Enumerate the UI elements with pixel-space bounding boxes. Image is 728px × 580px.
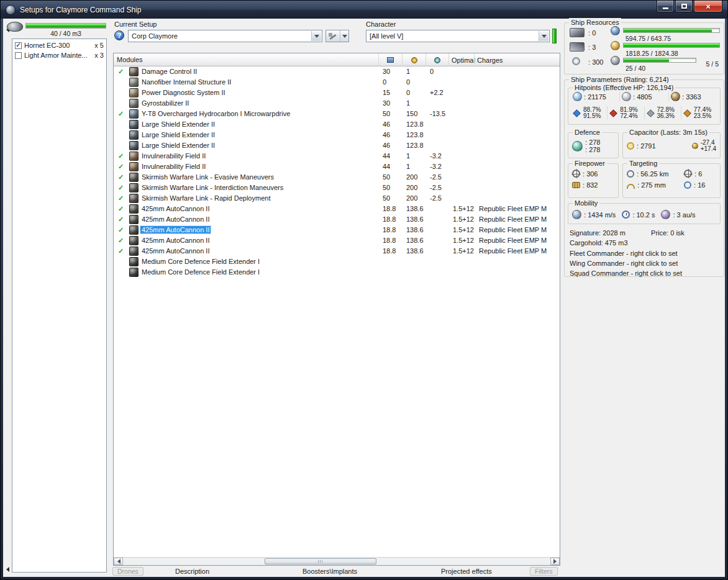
defence-icon [572,141,583,152]
max-targets-icon [684,170,692,178]
module-row[interactable]: Medium Core Defence Field Extender I [114,256,560,267]
minimize-button[interactable] [657,1,674,12]
microwarpdrive-icon [129,109,139,119]
squad-commander-line[interactable]: Squad Commander - right click to set [570,270,721,277]
module-row[interactable]: ✓Skirmish Warfare Link - Rapid Deploymen… [114,193,560,204]
drone-bay-bar [623,58,696,63]
module-name[interactable]: Invulnerability Field II [142,163,206,170]
scrollbar-thumb[interactable] [265,558,376,564]
titlebar[interactable]: Setups for Claymore Command Ship × [1,1,727,19]
optimal-column-header[interactable]: Optimal [448,53,474,66]
module-row[interactable]: ✓Y-T8 Overcharged Hydrocarbon I Microwar… [114,109,560,119]
module-active-check-icon: ✓ [118,205,127,213]
module-row[interactable]: ✓425mm AutoCannon II18.8138.61.5+12Repub… [114,246,560,256]
price-value: Price: 0 isk [651,229,685,237]
tab-description[interactable]: Description [175,568,209,575]
module-name[interactable]: Skirmish Warfare Link - Evasive Maneuver… [142,173,274,181]
character-select[interactable]: [All level V] [366,30,550,42]
module-row[interactable]: Power Diagnostic System II150+2.2 [114,88,560,98]
module-name[interactable]: Invulnerability Field II [142,152,206,160]
scroll-right-button[interactable] [550,558,560,565]
module-row[interactable]: ✓Damage Control II3010 [114,66,560,77]
module-name[interactable]: 425mm AutoCannon II [142,237,209,244]
module-row[interactable]: Medium Core Defence Field Extender I [114,267,560,278]
autocannon-icon [129,236,139,245]
drone-list-item[interactable]: Light Armor Mainte...x 3 [13,50,106,60]
module-name[interactable]: Medium Core Defence Field Extender I [142,258,260,265]
module-row[interactable]: Nanofiber Internal Structure II00 [114,77,560,88]
charges-column-header[interactable]: Charges [474,53,560,66]
cpu-column-header[interactable] [378,53,402,66]
calibration-value: 300 [588,58,603,66]
drone-checkbox[interactable]: ✓ [15,42,22,49]
wing-commander-line[interactable]: Wing Commander - right click to set [570,260,721,267]
scroll-left-button[interactable] [114,558,123,565]
module-name[interactable]: Skirmish Warfare Link - Rapid Deployment [142,194,270,202]
module-cpu: 30 [383,68,390,75]
drone-capacity-icon [611,56,620,65]
module-powergrid: 150 [406,110,417,117]
close-button[interactable]: × [694,1,722,12]
module-name[interactable]: Medium Core Defence Field Extender I [142,268,260,276]
maximize-button[interactable] [675,1,693,12]
launcher-hardpoint-icon [570,42,585,52]
scan-resolution-icon [627,184,635,189]
module-row[interactable]: Large Shield Extender II46123.8 [114,130,560,140]
module-row[interactable]: Gyrostabilizer II301 [114,98,560,109]
drone-checkbox[interactable] [15,52,22,59]
drone-list-item[interactable]: ✓Hornet EC-300x 5 [13,40,106,50]
module-cpu: 18.8 [383,226,396,233]
capacitor-column-header[interactable] [425,53,448,66]
tab-projected-effects[interactable]: Projected effects [441,568,492,575]
module-row[interactable]: Large Shield Extender II46123.8 [114,119,560,130]
module-name[interactable]: Large Shield Extender II [142,120,215,128]
horizontal-scrollbar[interactable] [114,557,560,565]
module-cpu: 50 [383,110,390,117]
module-row[interactable]: ✓Invulnerability Field II441-3.2 [114,161,560,172]
module-name[interactable]: Gyrostabilizer II [142,99,189,107]
setup-tools-button[interactable] [325,30,349,42]
tab-filters[interactable]: Filters [530,567,558,576]
setup-select[interactable]: Corp Claymore [128,30,322,42]
module-optimal: 1.5+12 [453,226,474,233]
drone-list[interactable]: ✓Hornet EC-300x 5Light Armor Mainte...x … [12,39,107,573]
module-name[interactable]: Skirmish Warfare Link - Interdiction Man… [142,184,283,191]
modules-column-header[interactable]: Modules [117,56,143,63]
targeting-group: Targeting 56.25 km 6 275 mm 16 [622,163,721,198]
module-name[interactable]: Power Diagnostic System II [142,89,225,96]
module-powergrid: 138.6 [406,237,424,244]
module-name[interactable]: Damage Control II [142,68,197,75]
module-cap: -13.5 [430,110,445,117]
module-name[interactable]: Large Shield Extender II [142,142,215,149]
current-setup-label: Current Setup [114,20,157,28]
module-row[interactable]: ✓425mm AutoCannon II18.8138.61.5+12Repub… [114,214,560,225]
app-window: Setups for Claymore Command Ship × 40 / … [0,0,728,580]
targeting-range-icon [627,170,634,178]
turret-hardpoint-icon [570,28,585,37]
help-icon[interactable]: ? [114,30,124,40]
module-row[interactable]: ✓Skirmish Warfare Link - Evasive Maneuve… [114,172,560,183]
module-row[interactable]: ✓425mm AutoCannon II18.8138.61.5+12Repub… [114,204,560,214]
module-name[interactable]: Nanofiber Internal Structure II [142,78,231,86]
module-cpu: 46 [383,131,390,138]
module-row[interactable]: Large Shield Extender II46123.8 [114,140,560,151]
module-name[interactable]: Y-T8 Overcharged Hydrocarbon I Microwarp… [142,110,290,117]
module-name[interactable]: 425mm AutoCannon II [142,247,209,255]
powergrid-column-header[interactable] [402,53,425,66]
module-name[interactable]: Large Shield Extender II [142,131,215,138]
module-row[interactable]: ✓425mm AutoCannon II18.8138.61.5+12Repub… [114,225,560,235]
warp-speed-value: 3 au/s [673,211,695,219]
module-row[interactable]: ✓Skirmish Warfare Link - Interdiction Ma… [114,183,560,193]
window-body: 40 / 40 m3 ✓Hornet EC-300x 5Light Armor … [3,19,725,577]
powergrid-icon [411,57,417,63]
module-name[interactable]: 425mm AutoCannon II [142,215,209,223]
drones-panel: 40 / 40 m3 ✓Hornet EC-300x 5Light Armor … [4,20,108,575]
tab-boosters-implants[interactable]: Boosters\Implants [303,568,357,575]
module-name[interactable]: 425mm AutoCannon II [140,226,211,233]
module-name[interactable]: 425mm AutoCannon II [142,205,209,212]
module-row[interactable]: ✓425mm AutoCannon II18.8138.61.5+12Repub… [114,235,560,246]
tab-drones[interactable]: Drones [112,567,143,576]
tools-menu-arrow[interactable] [340,30,348,42]
fleet-commander-line[interactable]: Fleet Commander - right click to set [570,250,721,257]
module-row[interactable]: ✓Invulnerability Field II441-3.2 [114,151,560,161]
